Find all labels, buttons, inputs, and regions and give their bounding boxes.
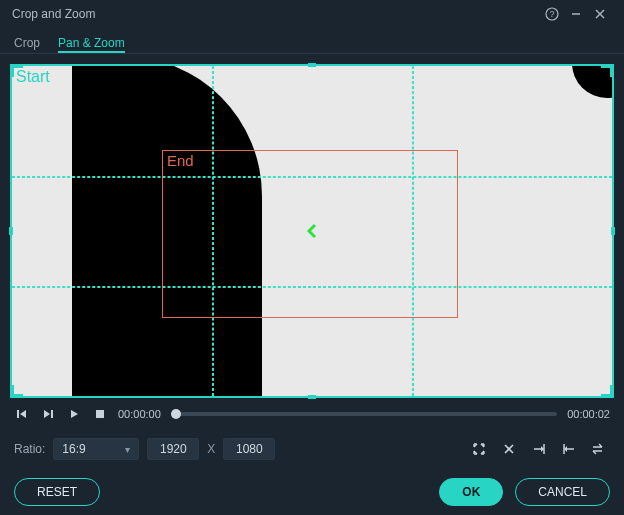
resize-handle[interactable] [308, 395, 316, 399]
resize-handle[interactable] [9, 227, 13, 235]
center-marker-icon [305, 223, 319, 239]
resize-handle[interactable] [611, 227, 615, 235]
tab-pan-zoom[interactable]: Pan & Zoom [58, 32, 125, 53]
resize-handle[interactable] [308, 63, 316, 67]
dimension-separator: X [207, 442, 215, 456]
resize-handle[interactable] [601, 65, 613, 77]
width-input[interactable]: 1920 [147, 438, 199, 460]
svg-marker-7 [44, 410, 50, 418]
fit-icon[interactable] [468, 438, 490, 460]
titlebar: Crop and Zoom ? [0, 0, 624, 28]
height-input[interactable]: 1080 [223, 438, 275, 460]
align-left-icon[interactable] [558, 438, 580, 460]
svg-rect-5 [17, 410, 19, 418]
svg-rect-8 [51, 410, 53, 418]
end-label: End [167, 152, 194, 169]
play-icon[interactable] [66, 406, 82, 422]
timeline-thumb[interactable] [171, 409, 181, 419]
resize-handle[interactable] [601, 385, 613, 397]
resize-handle[interactable] [11, 385, 23, 397]
ok-button[interactable]: OK [439, 478, 503, 506]
swap-icon[interactable] [588, 438, 610, 460]
timecode-duration: 00:00:02 [567, 408, 610, 420]
center-icon[interactable] [498, 438, 520, 460]
resize-handle[interactable] [11, 65, 23, 77]
svg-text:?: ? [549, 9, 554, 19]
footer: RESET OK CANCEL [0, 462, 624, 506]
timecode-current: 00:00:00 [118, 408, 161, 420]
playbar: 00:00:00 00:00:02 [0, 402, 624, 426]
svg-rect-10 [96, 410, 104, 418]
align-right-icon[interactable] [528, 438, 550, 460]
minimize-icon[interactable] [564, 2, 588, 26]
svg-marker-6 [20, 410, 26, 418]
window-title: Crop and Zoom [12, 7, 540, 21]
height-value: 1080 [236, 442, 263, 456]
help-icon[interactable]: ? [540, 2, 564, 26]
ratio-select[interactable]: 16:9 ▾ [53, 438, 139, 460]
stop-icon[interactable] [92, 406, 108, 422]
play-step-icon[interactable] [40, 406, 56, 422]
close-icon[interactable] [588, 2, 612, 26]
ratio-label: Ratio: [14, 442, 45, 456]
width-value: 1920 [160, 442, 187, 456]
tabs: Crop Pan & Zoom [0, 28, 624, 54]
cancel-button[interactable]: CANCEL [515, 478, 610, 506]
preview-area[interactable]: Start End [12, 66, 612, 396]
ratio-row: Ratio: 16:9 ▾ 1920 X 1080 [0, 426, 624, 462]
ratio-value: 16:9 [62, 442, 85, 456]
timeline-scrub[interactable] [171, 412, 557, 416]
step-back-icon[interactable] [14, 406, 30, 422]
svg-marker-9 [71, 410, 78, 418]
chevron-down-icon: ▾ [125, 444, 130, 455]
reset-button[interactable]: RESET [14, 478, 100, 506]
tab-crop[interactable]: Crop [14, 32, 40, 53]
